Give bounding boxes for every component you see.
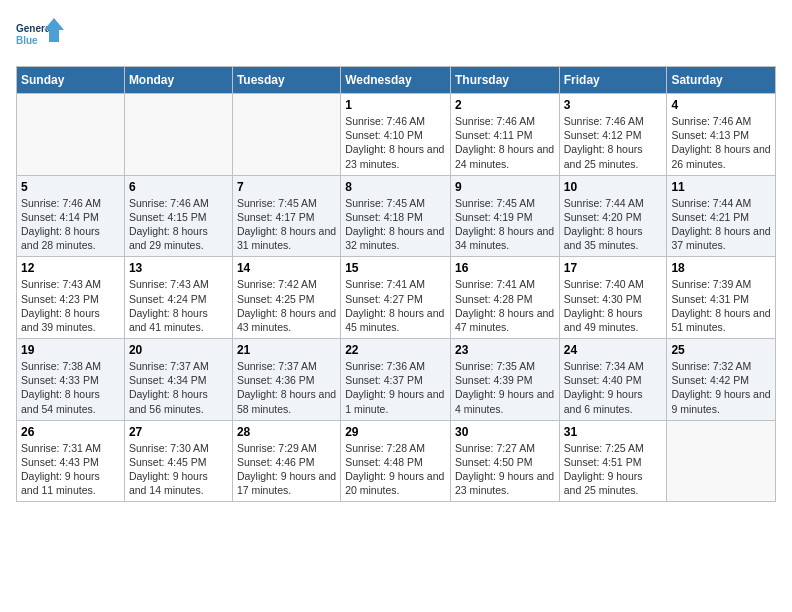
svg-marker-2 — [44, 18, 64, 42]
day-info: Sunrise: 7:41 AM Sunset: 4:28 PM Dayligh… — [455, 277, 555, 334]
weekday-header: Friday — [559, 67, 667, 94]
day-number: 24 — [564, 343, 663, 357]
calendar-cell: 12Sunrise: 7:43 AM Sunset: 4:23 PM Dayli… — [17, 257, 125, 339]
day-number: 15 — [345, 261, 446, 275]
day-number: 21 — [237, 343, 336, 357]
calendar-header-row: SundayMondayTuesdayWednesdayThursdayFrid… — [17, 67, 776, 94]
day-number: 31 — [564, 425, 663, 439]
calendar-cell: 24Sunrise: 7:34 AM Sunset: 4:40 PM Dayli… — [559, 339, 667, 421]
calendar-cell: 17Sunrise: 7:40 AM Sunset: 4:30 PM Dayli… — [559, 257, 667, 339]
day-info: Sunrise: 7:29 AM Sunset: 4:46 PM Dayligh… — [237, 441, 336, 498]
calendar-cell — [17, 94, 125, 176]
logo: General Blue — [16, 16, 66, 56]
day-info: Sunrise: 7:30 AM Sunset: 4:45 PM Dayligh… — [129, 441, 228, 498]
day-info: Sunrise: 7:32 AM Sunset: 4:42 PM Dayligh… — [671, 359, 771, 416]
day-info: Sunrise: 7:39 AM Sunset: 4:31 PM Dayligh… — [671, 277, 771, 334]
weekday-header: Saturday — [667, 67, 776, 94]
day-info: Sunrise: 7:28 AM Sunset: 4:48 PM Dayligh… — [345, 441, 446, 498]
calendar-cell: 5Sunrise: 7:46 AM Sunset: 4:14 PM Daylig… — [17, 175, 125, 257]
day-number: 14 — [237, 261, 336, 275]
day-info: Sunrise: 7:31 AM Sunset: 4:43 PM Dayligh… — [21, 441, 120, 498]
day-number: 27 — [129, 425, 228, 439]
calendar-cell: 3Sunrise: 7:46 AM Sunset: 4:12 PM Daylig… — [559, 94, 667, 176]
day-number: 4 — [671, 98, 771, 112]
calendar-cell: 19Sunrise: 7:38 AM Sunset: 4:33 PM Dayli… — [17, 339, 125, 421]
day-number: 13 — [129, 261, 228, 275]
day-number: 2 — [455, 98, 555, 112]
calendar-cell: 22Sunrise: 7:36 AM Sunset: 4:37 PM Dayli… — [341, 339, 451, 421]
day-info: Sunrise: 7:46 AM Sunset: 4:13 PM Dayligh… — [671, 114, 771, 171]
weekday-header: Tuesday — [232, 67, 340, 94]
weekday-header: Wednesday — [341, 67, 451, 94]
calendar-week-row: 26Sunrise: 7:31 AM Sunset: 4:43 PM Dayli… — [17, 420, 776, 502]
day-number: 22 — [345, 343, 446, 357]
calendar-cell: 7Sunrise: 7:45 AM Sunset: 4:17 PM Daylig… — [232, 175, 340, 257]
calendar-week-row: 19Sunrise: 7:38 AM Sunset: 4:33 PM Dayli… — [17, 339, 776, 421]
day-info: Sunrise: 7:37 AM Sunset: 4:34 PM Dayligh… — [129, 359, 228, 416]
calendar-cell: 29Sunrise: 7:28 AM Sunset: 4:48 PM Dayli… — [341, 420, 451, 502]
day-number: 1 — [345, 98, 446, 112]
day-number: 11 — [671, 180, 771, 194]
day-number: 28 — [237, 425, 336, 439]
calendar-cell: 10Sunrise: 7:44 AM Sunset: 4:20 PM Dayli… — [559, 175, 667, 257]
calendar-cell: 14Sunrise: 7:42 AM Sunset: 4:25 PM Dayli… — [232, 257, 340, 339]
day-info: Sunrise: 7:34 AM Sunset: 4:40 PM Dayligh… — [564, 359, 663, 416]
day-info: Sunrise: 7:37 AM Sunset: 4:36 PM Dayligh… — [237, 359, 336, 416]
day-number: 18 — [671, 261, 771, 275]
calendar-cell — [232, 94, 340, 176]
day-info: Sunrise: 7:45 AM Sunset: 4:19 PM Dayligh… — [455, 196, 555, 253]
day-info: Sunrise: 7:41 AM Sunset: 4:27 PM Dayligh… — [345, 277, 446, 334]
day-info: Sunrise: 7:46 AM Sunset: 4:14 PM Dayligh… — [21, 196, 120, 253]
page-header: General Blue — [16, 16, 776, 56]
day-info: Sunrise: 7:36 AM Sunset: 4:37 PM Dayligh… — [345, 359, 446, 416]
calendar-cell — [124, 94, 232, 176]
calendar-cell: 26Sunrise: 7:31 AM Sunset: 4:43 PM Dayli… — [17, 420, 125, 502]
calendar-cell: 30Sunrise: 7:27 AM Sunset: 4:50 PM Dayli… — [450, 420, 559, 502]
day-info: Sunrise: 7:42 AM Sunset: 4:25 PM Dayligh… — [237, 277, 336, 334]
calendar-cell: 6Sunrise: 7:46 AM Sunset: 4:15 PM Daylig… — [124, 175, 232, 257]
day-info: Sunrise: 7:45 AM Sunset: 4:17 PM Dayligh… — [237, 196, 336, 253]
day-number: 12 — [21, 261, 120, 275]
calendar-cell: 28Sunrise: 7:29 AM Sunset: 4:46 PM Dayli… — [232, 420, 340, 502]
calendar-cell: 18Sunrise: 7:39 AM Sunset: 4:31 PM Dayli… — [667, 257, 776, 339]
day-info: Sunrise: 7:46 AM Sunset: 4:10 PM Dayligh… — [345, 114, 446, 171]
day-info: Sunrise: 7:45 AM Sunset: 4:18 PM Dayligh… — [345, 196, 446, 253]
day-number: 29 — [345, 425, 446, 439]
day-info: Sunrise: 7:44 AM Sunset: 4:21 PM Dayligh… — [671, 196, 771, 253]
calendar-cell: 4Sunrise: 7:46 AM Sunset: 4:13 PM Daylig… — [667, 94, 776, 176]
calendar-week-row: 1Sunrise: 7:46 AM Sunset: 4:10 PM Daylig… — [17, 94, 776, 176]
day-info: Sunrise: 7:46 AM Sunset: 4:12 PM Dayligh… — [564, 114, 663, 171]
day-info: Sunrise: 7:27 AM Sunset: 4:50 PM Dayligh… — [455, 441, 555, 498]
day-number: 26 — [21, 425, 120, 439]
day-info: Sunrise: 7:43 AM Sunset: 4:24 PM Dayligh… — [129, 277, 228, 334]
calendar-week-row: 5Sunrise: 7:46 AM Sunset: 4:14 PM Daylig… — [17, 175, 776, 257]
calendar-cell: 13Sunrise: 7:43 AM Sunset: 4:24 PM Dayli… — [124, 257, 232, 339]
calendar-cell: 21Sunrise: 7:37 AM Sunset: 4:36 PM Dayli… — [232, 339, 340, 421]
calendar-table: SundayMondayTuesdayWednesdayThursdayFrid… — [16, 66, 776, 502]
day-number: 25 — [671, 343, 771, 357]
calendar-cell: 27Sunrise: 7:30 AM Sunset: 4:45 PM Dayli… — [124, 420, 232, 502]
calendar-cell: 31Sunrise: 7:25 AM Sunset: 4:51 PM Dayli… — [559, 420, 667, 502]
calendar-cell — [667, 420, 776, 502]
day-number: 10 — [564, 180, 663, 194]
calendar-cell: 23Sunrise: 7:35 AM Sunset: 4:39 PM Dayli… — [450, 339, 559, 421]
day-number: 7 — [237, 180, 336, 194]
weekday-header: Thursday — [450, 67, 559, 94]
calendar-cell: 1Sunrise: 7:46 AM Sunset: 4:10 PM Daylig… — [341, 94, 451, 176]
calendar-cell: 20Sunrise: 7:37 AM Sunset: 4:34 PM Dayli… — [124, 339, 232, 421]
day-number: 5 — [21, 180, 120, 194]
calendar-cell: 15Sunrise: 7:41 AM Sunset: 4:27 PM Dayli… — [341, 257, 451, 339]
day-number: 23 — [455, 343, 555, 357]
calendar-cell: 25Sunrise: 7:32 AM Sunset: 4:42 PM Dayli… — [667, 339, 776, 421]
day-number: 20 — [129, 343, 228, 357]
day-info: Sunrise: 7:38 AM Sunset: 4:33 PM Dayligh… — [21, 359, 120, 416]
day-info: Sunrise: 7:35 AM Sunset: 4:39 PM Dayligh… — [455, 359, 555, 416]
day-number: 3 — [564, 98, 663, 112]
weekday-header: Monday — [124, 67, 232, 94]
day-number: 8 — [345, 180, 446, 194]
day-number: 6 — [129, 180, 228, 194]
calendar-cell: 8Sunrise: 7:45 AM Sunset: 4:18 PM Daylig… — [341, 175, 451, 257]
day-info: Sunrise: 7:44 AM Sunset: 4:20 PM Dayligh… — [564, 196, 663, 253]
day-number: 19 — [21, 343, 120, 357]
day-number: 30 — [455, 425, 555, 439]
